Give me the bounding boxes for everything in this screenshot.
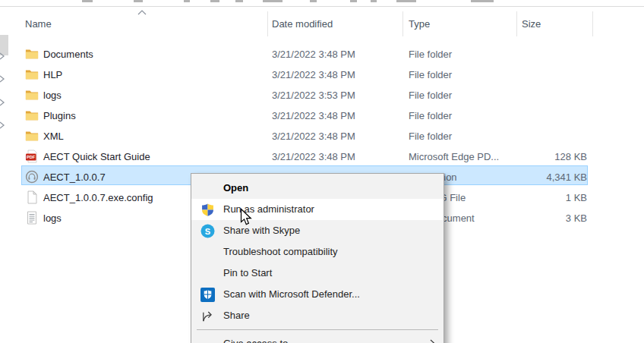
folder-icon xyxy=(25,109,39,122)
config-file-icon xyxy=(25,190,39,204)
file-row-xml[interactable]: XML 3/21/2022 3:48 PM File folder xyxy=(0,126,644,146)
menu-item-label: Scan with Microsoft Defender... xyxy=(223,288,360,300)
sort-ascending-icon xyxy=(137,10,147,15)
ribbon-fragment xyxy=(263,0,283,2)
file-name: Documents xyxy=(43,49,93,60)
column-divider[interactable] xyxy=(516,11,517,36)
menu-item-label: Share with Skype xyxy=(223,225,300,236)
menu-item-troubleshoot-compatibility[interactable]: Troubleshoot compatibility xyxy=(191,241,444,263)
svg-text:PDF: PDF xyxy=(27,155,36,159)
skype-icon: S xyxy=(200,224,215,238)
ribbon-fragment xyxy=(350,0,357,2)
column-header-type[interactable]: Type xyxy=(409,18,430,30)
menu-item-pin-to-start[interactable]: Pin to Start xyxy=(191,263,444,284)
column-header-date-modified[interactable]: Date modified xyxy=(272,18,333,30)
menu-item-run-as-administrator[interactable]: Run as administrator xyxy=(191,199,444,220)
file-size: 1 KB xyxy=(497,192,587,203)
file-type: File folder xyxy=(409,49,452,60)
application-icon xyxy=(25,170,39,184)
folder-icon xyxy=(25,68,39,81)
menu-item-label: Share xyxy=(223,310,250,321)
column-divider[interactable] xyxy=(402,11,403,36)
menu-item-label: Open xyxy=(223,182,248,194)
column-divider[interactable] xyxy=(592,11,593,36)
file-name: AECT Quick Start Guide xyxy=(43,151,150,162)
file-type: File folder xyxy=(409,110,452,121)
pdf-icon: PDF xyxy=(25,149,39,163)
defender-icon xyxy=(200,288,215,302)
ribbon-fragment xyxy=(210,0,219,2)
column-divider[interactable] xyxy=(267,11,268,36)
file-type: File folder xyxy=(409,90,452,101)
share-icon xyxy=(200,309,215,323)
file-row-aect-quick-start-guide[interactable]: PDF AECT Quick Start Guide 3/21/2022 3:4… xyxy=(0,146,644,167)
menu-item-share[interactable]: Share xyxy=(191,305,444,326)
uac-shield-icon xyxy=(200,203,215,217)
menu-item-open[interactable]: Open xyxy=(191,178,444,199)
column-header-size-label: Size xyxy=(522,18,541,30)
ribbon-fragment xyxy=(310,0,317,2)
file-row-logs-folder[interactable]: logs 3/21/2022 3:53 PM File folder xyxy=(0,85,644,105)
file-size: 128 KB xyxy=(497,151,587,162)
menu-item-label: Troubleshoot compatibility xyxy=(223,246,338,257)
ribbon-fragment xyxy=(134,0,143,2)
column-header-name-label: Name xyxy=(25,18,52,30)
file-date: 3/21/2022 3:48 PM xyxy=(272,49,355,60)
ribbon-fragment xyxy=(82,0,93,2)
file-row-documents[interactable]: Documents 3/21/2022 3:48 PM File folder xyxy=(0,44,644,65)
menu-item-share-with-skype[interactable]: S Share with Skype xyxy=(191,220,444,241)
submenu-chevron-right-icon xyxy=(430,339,436,343)
menu-item-scan-with-defender[interactable]: Scan with Microsoft Defender... xyxy=(191,284,444,305)
menu-item-label: Give access to xyxy=(223,338,288,343)
folder-icon xyxy=(25,129,39,143)
ribbon-fragment xyxy=(396,0,416,2)
file-date: 3/21/2022 3:48 PM xyxy=(272,69,355,80)
file-explorer-window: Name Date modified Type Size Documents 3… xyxy=(0,0,644,343)
menu-item-label: Pin to Start xyxy=(223,267,272,278)
menu-separator xyxy=(197,329,438,330)
file-date: 3/21/2022 3:48 PM xyxy=(272,151,355,162)
mouse-cursor-icon xyxy=(240,208,253,226)
file-type: File folder xyxy=(409,131,452,142)
folder-icon xyxy=(25,88,39,102)
column-header-size[interactable]: Size xyxy=(522,18,541,30)
column-header-date-label: Date modified xyxy=(272,18,333,30)
file-row-plugins[interactable]: Plugins 3/21/2022 3:48 PM File folder xyxy=(0,105,644,126)
file-name: XML xyxy=(43,131,64,142)
file-size: 4,341 KB xyxy=(497,172,587,183)
file-name: AECT_1.0.0.7.exe.config xyxy=(43,192,153,203)
file-type: File folder xyxy=(409,69,452,80)
file-name: Plugins xyxy=(43,110,76,121)
context-menu: Open Run as administrator S Share with S… xyxy=(191,173,444,343)
column-header-name[interactable]: Name xyxy=(25,18,52,30)
menu-item-give-access-to[interactable]: Give access to xyxy=(191,333,444,343)
ribbon-fragment xyxy=(471,0,494,2)
file-date: 3/21/2022 3:53 PM xyxy=(272,90,355,101)
column-header-type-label: Type xyxy=(409,18,430,30)
ribbon-fragment xyxy=(235,0,243,2)
file-name: AECT_1.0.0.7 xyxy=(43,172,106,183)
ribbon-fragment xyxy=(184,0,190,2)
svg-text:S: S xyxy=(205,227,210,236)
folder-icon xyxy=(25,47,39,61)
file-name: HLP xyxy=(43,69,62,80)
ribbon-fragment xyxy=(371,0,377,2)
file-date: 3/21/2022 3:48 PM xyxy=(272,110,355,121)
file-date: 3/21/2022 3:48 PM xyxy=(272,131,355,142)
file-name: logs xyxy=(43,212,62,224)
menu-item-label: Run as administrator xyxy=(223,203,314,215)
file-name: logs xyxy=(43,90,62,101)
file-row-hlp[interactable]: HLP 3/21/2022 3:48 PM File folder xyxy=(0,65,644,85)
file-size: 3 KB xyxy=(497,212,587,224)
file-type: Microsoft Edge PD... xyxy=(409,151,499,162)
pane-top-border xyxy=(0,6,644,7)
text-document-icon xyxy=(25,211,39,225)
